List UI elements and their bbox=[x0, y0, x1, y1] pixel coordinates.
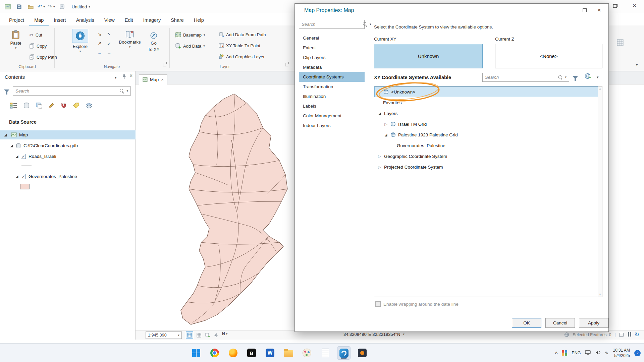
nav-item-transformation[interactable]: Transformation bbox=[299, 82, 365, 92]
network-icon[interactable] bbox=[585, 350, 591, 356]
word-icon[interactable] bbox=[263, 346, 277, 360]
xy-table-to-point-button[interactable]: XY Table To Point bbox=[219, 43, 260, 48]
expander-icon[interactable]: ◢ bbox=[3, 133, 8, 137]
file-explorer-icon[interactable] bbox=[282, 346, 295, 360]
fixed-zoom-out-button[interactable]: ↖ bbox=[105, 32, 113, 40]
zoom-selected-button[interactable]: ↙ bbox=[105, 41, 113, 50]
pause-drawing-button[interactable] bbox=[627, 332, 631, 338]
redo-button[interactable]: ↷▾ bbox=[48, 4, 55, 10]
nav-item-coordinate-systems[interactable]: Coordinate Systems bbox=[299, 72, 365, 82]
crosshair-toggle[interactable] bbox=[213, 331, 220, 339]
tab-map[interactable]: Map bbox=[29, 15, 49, 25]
dialog-maximize-button[interactable] bbox=[583, 8, 587, 12]
tab-view[interactable]: View bbox=[99, 15, 120, 25]
tab-insert[interactable]: Insert bbox=[49, 15, 71, 25]
coordinate-search-box[interactable]: ▾ bbox=[482, 73, 569, 82]
expander-icon[interactable]: ▷ bbox=[377, 154, 382, 159]
list-item-palestine-1923-grid[interactable]: ◢ Palestine 1923 Palestine Grid bbox=[374, 129, 602, 140]
expander-icon[interactable]: ◢ bbox=[15, 155, 19, 158]
list-by-drawing-order-tab[interactable] bbox=[10, 102, 17, 110]
list-scrollbar[interactable]: ▲▼ bbox=[598, 86, 602, 297]
notification-badge[interactable]: 2 bbox=[634, 350, 641, 356]
coordinate-search-input[interactable] bbox=[485, 75, 556, 80]
tab-close-icon[interactable]: × bbox=[161, 77, 164, 82]
ribbon-collapse-chevron[interactable]: ▾ bbox=[636, 63, 638, 67]
volume-icon[interactable] bbox=[595, 350, 600, 356]
map-canvas[interactable] bbox=[136, 84, 310, 330]
selected-features-count[interactable]: Selected Features: 0 bbox=[573, 333, 611, 337]
expander-icon[interactable]: ◢ bbox=[9, 144, 14, 147]
list-by-labeling-tab[interactable] bbox=[73, 102, 79, 110]
add-data-button[interactable]: Add Data▾ bbox=[175, 43, 205, 49]
dialog-close-button[interactable]: × bbox=[597, 7, 601, 13]
firefox-icon[interactable] bbox=[226, 346, 240, 360]
cut-button[interactable]: ✂Cut bbox=[30, 32, 42, 38]
save-button[interactable] bbox=[15, 2, 23, 11]
basemap-button[interactable]: Basemap▾ bbox=[175, 32, 205, 38]
layer-group-launcher[interactable] bbox=[285, 63, 288, 66]
nav-item-extent[interactable]: Extent bbox=[299, 43, 365, 53]
tree-row-gdb[interactable]: ◢ C:\D\ClearCoordinates.gdb bbox=[0, 141, 136, 150]
nav-item-general[interactable]: General bbox=[299, 33, 365, 43]
contents-search-input[interactable] bbox=[15, 88, 117, 94]
tab-analysis[interactable]: Analysis bbox=[71, 15, 99, 25]
expander-icon[interactable]: ▷ bbox=[377, 165, 382, 169]
window-restore-button[interactable] bbox=[613, 3, 617, 8]
ribbon-overflow-icon[interactable] bbox=[616, 39, 624, 47]
line-symbol-swatch[interactable] bbox=[21, 166, 32, 166]
apply-button[interactable]: Apply bbox=[579, 318, 608, 328]
list-by-selection-tab[interactable] bbox=[36, 102, 42, 110]
nav-item-color-management[interactable]: Color Management bbox=[299, 111, 365, 121]
list-by-perspective-tab[interactable] bbox=[85, 102, 93, 110]
list-item-israel-tm-grid[interactable]: ▷ Israel TM Grid bbox=[374, 119, 602, 129]
layout-grid-toggle[interactable] bbox=[186, 331, 193, 339]
add-data-from-path-button[interactable]: Add Data From Path bbox=[219, 32, 266, 37]
expander-icon[interactable]: ◢ bbox=[15, 175, 19, 178]
expander-icon[interactable]: ◢ bbox=[384, 133, 388, 137]
list-item-layers[interactable]: ◢ Layers bbox=[374, 108, 602, 119]
touch-mode-button[interactable] bbox=[58, 2, 66, 11]
tray-app-icon[interactable] bbox=[562, 350, 567, 356]
tray-overflow-chevron[interactable]: ^ bbox=[555, 351, 558, 356]
add-graphics-layer-button[interactable]: Add Graphics Layer bbox=[219, 54, 265, 59]
paste-button[interactable]: Paste ▾ bbox=[7, 30, 24, 50]
list-item-favorites[interactable]: Favorites bbox=[374, 97, 602, 108]
tab-edit[interactable]: Edit bbox=[120, 15, 138, 25]
tab-project[interactable]: Project bbox=[4, 15, 29, 25]
bookmarks-button[interactable]: Bookmarks ▾ bbox=[118, 31, 142, 49]
tab-help[interactable]: Help bbox=[189, 15, 209, 25]
cursor-coordinates[interactable]: 34.3209480°E 32.2218354°N ▾ bbox=[343, 332, 405, 337]
grid-toggle[interactable] bbox=[195, 331, 203, 339]
arcgis-pro-icon[interactable] bbox=[337, 346, 351, 360]
go-to-xy-button[interactable]: Go To XY bbox=[145, 32, 162, 52]
expander-icon[interactable]: ▷ bbox=[384, 122, 388, 126]
chrome-icon[interactable] bbox=[208, 346, 221, 360]
pin-icon[interactable] bbox=[122, 74, 126, 80]
tree-row-map[interactable]: ◢ Map bbox=[0, 130, 136, 139]
chevron-down-icon[interactable]: ▾ bbox=[597, 75, 599, 79]
previous-extent-button[interactable]: ← bbox=[95, 50, 104, 59]
tree-row-governorates-palestine[interactable]: ◢ ✓ Governorates_Palestine bbox=[0, 172, 136, 181]
nav-item-illumination[interactable]: Illumination bbox=[299, 92, 365, 101]
cancel-button[interactable]: Cancel bbox=[545, 318, 575, 328]
ok-button[interactable]: OK bbox=[512, 318, 541, 328]
layer-visibility-checkbox[interactable]: ✓ bbox=[21, 174, 26, 179]
list-by-snapping-tab[interactable] bbox=[60, 102, 67, 110]
window-box-icon[interactable] bbox=[619, 333, 624, 337]
panel-menu-chevron-icon[interactable]: ▾ bbox=[115, 76, 117, 79]
list-item-unknown[interactable]: <Unknown> bbox=[374, 86, 602, 97]
tab-share[interactable]: Share bbox=[166, 15, 189, 25]
map-view-tab[interactable]: Map × bbox=[139, 74, 167, 84]
next-extent-button[interactable]: → bbox=[105, 50, 113, 59]
polygon-symbol-swatch[interactable] bbox=[20, 184, 30, 189]
list-by-data-source-tab[interactable] bbox=[23, 102, 30, 110]
nav-item-indoor-layers[interactable]: Indoor Layers bbox=[299, 121, 365, 130]
list-item-governorates-palestine[interactable]: Governorates_Palestine bbox=[374, 140, 602, 151]
scroll-down-icon[interactable]: ▼ bbox=[599, 293, 601, 296]
open-project-button[interactable] bbox=[26, 2, 35, 11]
expander-icon[interactable]: ◢ bbox=[377, 112, 382, 115]
project-title-menu[interactable]: Untitled ▾ bbox=[72, 4, 90, 9]
window-close-button[interactable]: × bbox=[633, 2, 636, 9]
refresh-icon[interactable]: ↻ bbox=[635, 332, 639, 338]
dialog-nav-search-input[interactable] bbox=[302, 22, 361, 27]
